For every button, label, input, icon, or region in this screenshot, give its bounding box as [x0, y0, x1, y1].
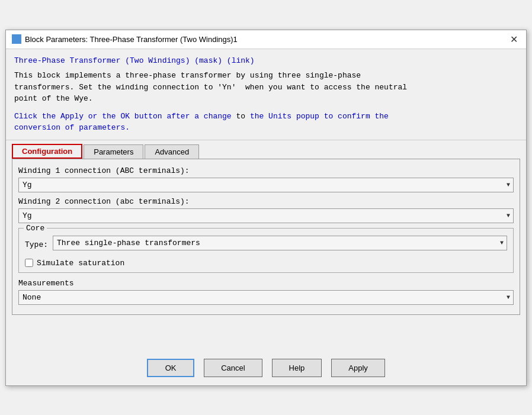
- measurements-dropdown-wrapper: None All voltages All currents All volta…: [18, 290, 514, 305]
- core-box: Core Type: Three single-phase transforme…: [18, 228, 514, 273]
- winding1-dropdown-wrapper: Yg Y Yn Delta (D1) Delta (D11) ▼: [18, 178, 514, 192]
- desc-line2: This block implements a three-phase tran…: [14, 70, 518, 105]
- help-button[interactable]: Help: [272, 359, 322, 377]
- close-button[interactable]: ✕: [508, 34, 520, 45]
- apply-button[interactable]: Apply: [331, 359, 385, 377]
- winding2-dropdown[interactable]: Yg Y Yn Delta (D1) Delta (D11): [18, 208, 514, 223]
- window-icon: [12, 34, 21, 44]
- bottom-buttons: OK Cancel Help Apply: [6, 350, 526, 385]
- tab-parameters[interactable]: Parameters: [84, 144, 143, 159]
- simulate-saturation-label: Simulate saturation: [37, 259, 124, 268]
- core-type-row: Type: Three single-phase transformers Th…: [25, 236, 507, 254]
- measurements-dropdown[interactable]: None All voltages All currents All volta…: [18, 290, 514, 305]
- measurements-label: Measurements: [18, 279, 514, 288]
- winding2-dropdown-wrapper: Yg Y Yn Delta (D1) Delta (D11) ▼: [18, 208, 514, 223]
- desc-line1: Three-Phase Transformer (Two Windings) (…: [14, 55, 518, 67]
- core-type-dropdown-wrapper: Three single-phase transformers Three-li…: [53, 236, 507, 250]
- ok-button[interactable]: OK: [147, 359, 194, 377]
- winding2-label: Winding 2 connection (abc terminals):: [18, 197, 514, 206]
- winding1-label: Winding 1 connection (ABC terminals):: [18, 166, 514, 175]
- core-type-dropdown[interactable]: Three single-phase transformers Three-li…: [53, 236, 507, 250]
- simulate-saturation-checkbox[interactable]: [25, 259, 33, 267]
- spacer: [6, 315, 526, 350]
- main-window: Block Parameters: Three-Phase Transforme…: [5, 30, 527, 386]
- title-bar: Block Parameters: Three-Phase Transforme…: [6, 30, 526, 49]
- tabs-row: Configuration Parameters Advanced: [6, 140, 526, 159]
- description-area: Three-Phase Transformer (Two Windings) (…: [6, 49, 526, 140]
- tab-advanced[interactable]: Advanced: [145, 144, 199, 159]
- simulate-saturation-row: Simulate saturation: [25, 259, 507, 268]
- measurements-section: Measurements None All voltages All curre…: [18, 279, 514, 305]
- core-legend: Core: [24, 224, 47, 233]
- title-bar-left: Block Parameters: Three-Phase Transforme…: [12, 34, 238, 44]
- window-title: Block Parameters: Three-Phase Transforme…: [25, 35, 238, 44]
- winding1-dropdown[interactable]: Yg Y Yn Delta (D1) Delta (D11): [18, 178, 514, 192]
- desc-line3: Click the Apply or the OK button after a…: [14, 111, 518, 134]
- core-type-label: Type:: [25, 240, 48, 249]
- cancel-button[interactable]: Cancel: [204, 359, 262, 377]
- tab-content-configuration: Winding 1 connection (ABC terminals): Yg…: [12, 159, 520, 315]
- tab-configuration[interactable]: Configuration: [12, 144, 82, 159]
